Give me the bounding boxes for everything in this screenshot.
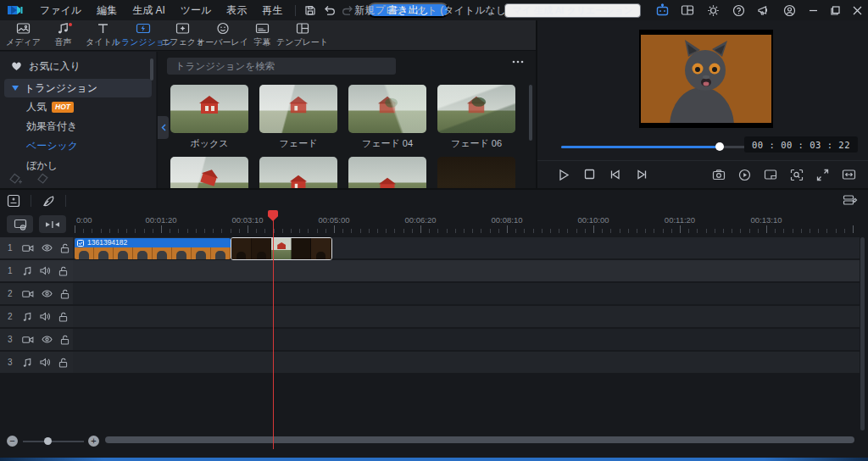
- menu-generative-ai[interactable]: 生成 AI: [125, 0, 173, 20]
- menu-view[interactable]: 表示: [219, 0, 254, 20]
- zoom-out-button[interactable]: −: [7, 436, 18, 447]
- selected-clip[interactable]: [231, 237, 332, 260]
- my-ai-creations-button[interactable]: マイ 生成 AI クリエーション: [504, 3, 641, 18]
- transition-item-box[interactable]: ボックス: [170, 85, 248, 150]
- toggle-visibility-icon[interactable]: [42, 244, 53, 252]
- snapshot-camera-icon[interactable]: [712, 169, 726, 181]
- zoom-preview-icon[interactable]: [790, 169, 804, 181]
- maximize-button[interactable]: [824, 0, 846, 20]
- search-input[interactable]: [167, 61, 396, 71]
- audio-track-icon: [22, 358, 32, 368]
- sidebar-item-with-sfx[interactable]: 効果音付き: [0, 117, 156, 136]
- transition-item-fade-04[interactable]: フェード 04: [348, 85, 426, 150]
- track-lane[interactable]: [73, 260, 860, 281]
- track-lane[interactable]: [73, 352, 860, 373]
- timecode-display: 00 : 00 : 03 : 22: [744, 136, 858, 153]
- crop-aspect-icon[interactable]: [764, 169, 777, 181]
- toggle-visibility-icon[interactable]: [42, 336, 53, 343]
- chevron-down-icon: [12, 86, 19, 91]
- transition-item[interactable]: [348, 157, 426, 188]
- panel-scrollbar[interactable]: [529, 85, 532, 141]
- lock-track-icon[interactable]: [60, 289, 70, 299]
- tab-media[interactable]: メディア: [3, 21, 43, 50]
- stop-button[interactable]: [584, 169, 595, 181]
- cat-image: [641, 35, 771, 123]
- remove-tag-icon[interactable]: [36, 173, 49, 186]
- clip-frame: [172, 247, 192, 259]
- tab-overlay[interactable]: オーバーレイ: [203, 21, 242, 50]
- lock-track-icon[interactable]: [58, 312, 68, 322]
- export-button[interactable]: 書き出し: [367, 3, 449, 18]
- track-lane[interactable]: [73, 306, 860, 327]
- fit-screen-icon[interactable]: [842, 169, 856, 181]
- sidebar-item-popular[interactable]: 人気 HOT: [0, 97, 156, 117]
- zoom-slider-handle[interactable]: [44, 437, 52, 445]
- lock-track-icon[interactable]: [58, 358, 68, 368]
- transition-item[interactable]: [170, 157, 248, 188]
- track-audio-3: 3: [0, 352, 860, 373]
- tab-audio[interactable]: 音声: [43, 21, 83, 50]
- time-ruler[interactable]: 0:00 00:01:20 00:03:10 00:05:00 00:06:20…: [75, 214, 860, 234]
- sidebar-group-transitions[interactable]: トランジション: [4, 79, 152, 97]
- toggle-visibility-icon[interactable]: [42, 290, 53, 297]
- house-image: [195, 94, 224, 116]
- sidebar-item-basic[interactable]: ベーシック: [0, 136, 156, 156]
- snap-toggle-button[interactable]: [39, 215, 66, 233]
- mute-track-icon[interactable]: [40, 358, 51, 367]
- quick-split-pen-icon[interactable]: [39, 192, 58, 210]
- transition-item-fade-06[interactable]: フェード 06: [437, 85, 515, 150]
- gear-icon[interactable]: [704, 1, 722, 19]
- more-options-icon[interactable]: [512, 60, 524, 64]
- megaphone-icon[interactable]: [754, 1, 773, 19]
- horizontal-scrollbar[interactable]: [105, 436, 854, 443]
- tab-templates[interactable]: テンプレート: [282, 21, 322, 50]
- seek-handle[interactable]: [715, 142, 724, 151]
- media-icon: [16, 22, 31, 35]
- minimize-button[interactable]: [802, 0, 824, 20]
- transition-item-fade[interactable]: フェード: [259, 85, 337, 150]
- house-image: [375, 176, 400, 188]
- lock-track-icon[interactable]: [60, 335, 70, 345]
- undo-icon[interactable]: [320, 1, 338, 19]
- mute-track-icon[interactable]: [40, 312, 51, 321]
- add-tag-icon[interactable]: [8, 173, 23, 186]
- previous-frame-button[interactable]: [609, 169, 621, 181]
- collapse-sidebar-button[interactable]: [158, 116, 169, 139]
- menu-file[interactable]: ファイル: [32, 0, 89, 20]
- sidebar-item-favorites[interactable]: お気に入り: [0, 56, 156, 76]
- menu-playback[interactable]: 再生: [254, 0, 290, 20]
- menu-edit[interactable]: 編集: [89, 0, 125, 20]
- redo-icon[interactable]: [338, 1, 357, 19]
- clip-checkbox-icon: [77, 240, 84, 247]
- track-lane[interactable]: [73, 329, 860, 350]
- tab-transitions[interactable]: トランジション: [123, 21, 163, 50]
- search-box[interactable]: [167, 58, 396, 75]
- account-icon[interactable]: [780, 1, 798, 19]
- mute-track-icon[interactable]: [40, 266, 51, 275]
- timeline-clip[interactable]: 1361394182: [75, 238, 231, 259]
- lock-track-icon[interactable]: [60, 243, 70, 253]
- menu-tools[interactable]: ツール: [173, 0, 220, 20]
- play-button[interactable]: [558, 169, 570, 181]
- vertical-scrollbar[interactable]: [860, 237, 865, 430]
- adjust-timeline-panel-icon[interactable]: [843, 193, 858, 207]
- sidebar-scrollbar[interactable]: [150, 58, 153, 81]
- timeline-toolbar: [0, 190, 868, 212]
- audio-track-icon: [22, 312, 32, 322]
- render-preview-icon[interactable]: [738, 169, 751, 181]
- fullscreen-icon[interactable]: [816, 169, 829, 181]
- close-button[interactable]: [846, 0, 868, 20]
- next-frame-button[interactable]: [636, 169, 648, 181]
- lock-track-icon[interactable]: [58, 266, 68, 276]
- help-icon[interactable]: [729, 1, 748, 19]
- video-track-icon: [22, 290, 34, 298]
- track-lane[interactable]: [73, 283, 860, 304]
- manage-tracks-icon[interactable]: [4, 192, 23, 210]
- transition-item[interactable]: [259, 157, 337, 188]
- layout-icon[interactable]: [678, 1, 697, 19]
- ai-robot-icon[interactable]: [653, 1, 671, 19]
- zoom-in-button[interactable]: +: [88, 436, 99, 447]
- save-icon[interactable]: [301, 1, 320, 19]
- transition-item[interactable]: [437, 157, 515, 188]
- media-manager-button[interactable]: [7, 215, 33, 233]
